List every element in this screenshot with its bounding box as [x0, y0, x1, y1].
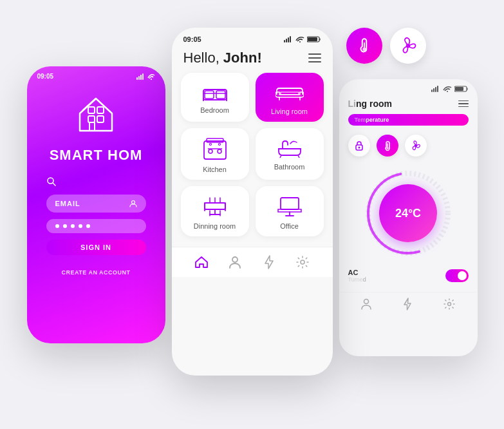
svg-line-15 — [53, 183, 55, 186]
svg-rect-19 — [288, 37, 289, 43]
house-icon — [70, 89, 122, 140]
right-hamburger[interactable] — [458, 100, 469, 108]
room-card-dining[interactable]: Dinning room — [181, 186, 249, 236]
svg-rect-46 — [435, 87, 436, 92]
right-bottom-nav — [339, 292, 478, 314]
svg-point-48 — [447, 91, 448, 92]
temp-badge: Temperature — [348, 114, 469, 126]
svg-point-42 — [232, 257, 238, 262]
svg-rect-10 — [97, 107, 104, 113]
left-time: 09:05 — [37, 73, 136, 80]
svg-point-16 — [131, 201, 135, 204]
svg-rect-18 — [286, 39, 287, 43]
right-nav-settings[interactable] — [443, 298, 455, 310]
nav-home[interactable] — [194, 255, 209, 269]
fan-button[interactable] — [405, 135, 427, 157]
svg-rect-27 — [204, 141, 226, 159]
dining-room-label: Dinning room — [194, 222, 236, 230]
svg-rect-6 — [142, 73, 144, 80]
rooms-grid: Bedroom Living room — [172, 73, 333, 236]
thermometer-float-icon[interactable] — [346, 28, 382, 64]
app-title: SMART HOM — [50, 147, 143, 164]
room-card-bedroom[interactable]: Bedroom — [181, 73, 249, 122]
temperature-display: 24°C — [379, 184, 437, 242]
room-card-kitchen[interactable]: Kitchen — [181, 128, 249, 180]
kitchen-label: Kitchen — [203, 166, 227, 173]
svg-point-59 — [447, 303, 451, 306]
control-phone: Ling room Temperature — [339, 79, 478, 356]
bottom-nav — [172, 247, 333, 277]
nav-settings[interactable] — [295, 255, 310, 269]
thermometer-button[interactable] — [377, 135, 398, 157]
right-room-title: Ling room — [348, 99, 392, 109]
svg-rect-5 — [140, 75, 142, 80]
svg-rect-4 — [138, 76, 140, 80]
office-label: Office — [280, 222, 299, 230]
ac-label-group: AC Turned — [348, 269, 366, 283]
control-icons-row — [339, 132, 478, 163]
svg-point-33 — [218, 144, 220, 146]
bedroom-label: Bedroom — [200, 106, 229, 114]
email-field[interactable]: EMAIL — [46, 195, 146, 213]
main-phone: 09:05 Hello, John! — [172, 28, 333, 376]
svg-rect-23 — [308, 37, 317, 41]
hamburger-menu[interactable] — [308, 53, 321, 62]
svg-rect-17 — [284, 40, 285, 43]
svg-point-21 — [299, 41, 301, 43]
center-status-icons — [284, 36, 321, 43]
create-account-link[interactable]: CREATE AN ACCOUNT — [61, 269, 130, 276]
svg-rect-28 — [207, 138, 223, 142]
nav-bolt[interactable] — [262, 255, 276, 269]
center-status-bar: 09:05 — [172, 28, 333, 47]
right-status-bar — [339, 79, 478, 96]
svg-rect-3 — [136, 77, 138, 80]
login-phone: 09:05 SMART HOM — [27, 66, 165, 343]
svg-rect-8 — [88, 116, 95, 122]
left-status-bar: 09:05 — [27, 66, 165, 82]
nav-user[interactable] — [228, 255, 242, 269]
svg-point-30 — [209, 149, 212, 153]
svg-rect-9 — [97, 116, 104, 122]
screens-container: 09:05 SMART HOM — [27, 15, 478, 414]
svg-point-52 — [358, 147, 360, 149]
right-header: Ling room — [339, 96, 478, 114]
svg-point-58 — [364, 300, 369, 304]
login-content: SMART HOM EMAIL — [27, 82, 165, 276]
right-nav-bolt[interactable] — [404, 298, 411, 310]
password-field[interactable] — [46, 219, 146, 233]
center-time: 09:05 — [183, 35, 284, 43]
greeting: Hello, John! — [183, 50, 262, 66]
svg-rect-39 — [281, 198, 299, 209]
svg-point-7 — [151, 79, 152, 80]
ac-toggle[interactable] — [445, 269, 469, 282]
room-card-office[interactable]: Office — [256, 186, 324, 236]
svg-point-31 — [218, 149, 221, 153]
center-header: Hello, John! — [172, 47, 333, 73]
svg-rect-44 — [431, 90, 433, 92]
right-nav-user[interactable] — [361, 298, 371, 310]
password-dots — [55, 224, 90, 228]
room-card-living[interactable]: Living room — [256, 73, 324, 122]
svg-rect-25 — [205, 91, 214, 99]
fan-float-icon[interactable] — [390, 28, 426, 64]
svg-rect-20 — [290, 36, 291, 43]
left-status-icons — [136, 73, 155, 80]
bathroom-label: Bathroom — [274, 163, 305, 171]
dial-outer: 24°C — [363, 168, 453, 258]
thermostat-dial[interactable]: 24°C — [339, 163, 478, 263]
svg-rect-26 — [216, 91, 225, 99]
lock-button[interactable] — [348, 135, 370, 157]
svg-rect-34 — [205, 203, 225, 209]
svg-rect-47 — [437, 86, 438, 92]
sign-in-button[interactable]: SIGN IN — [46, 240, 146, 263]
svg-rect-45 — [433, 88, 434, 92]
search-row — [46, 176, 146, 187]
svg-rect-11 — [88, 107, 95, 113]
ac-control-row: AC Turned — [339, 263, 478, 287]
svg-point-32 — [209, 144, 211, 146]
room-card-bathroom[interactable]: Bathroom — [256, 128, 324, 180]
living-room-label: Living room — [271, 108, 308, 115]
svg-point-43 — [301, 260, 304, 264]
svg-point-0 — [362, 48, 366, 51]
svg-rect-50 — [455, 87, 463, 91]
